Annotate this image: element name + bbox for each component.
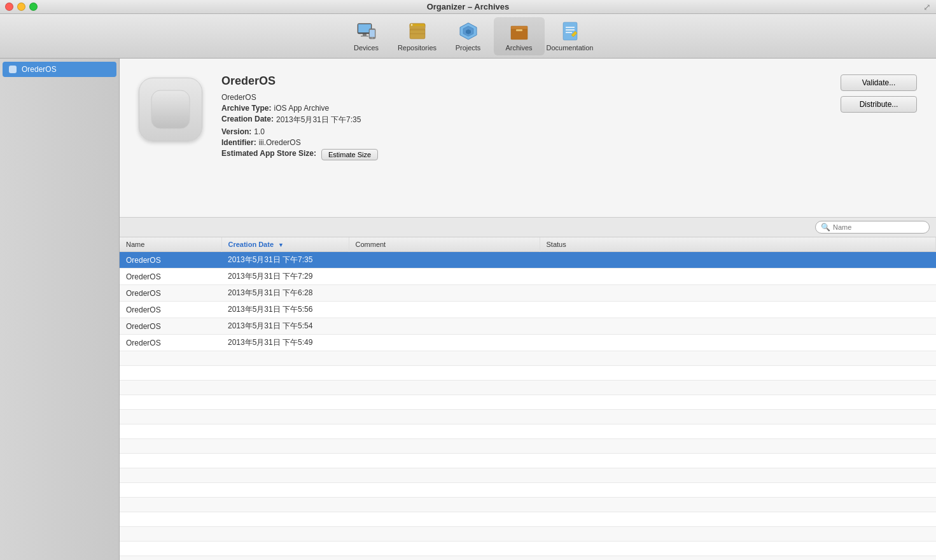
resize-icon[interactable]: ⤢: [923, 2, 931, 12]
table-row-empty: [120, 498, 936, 512]
svg-point-12: [410, 24, 412, 25]
window-controls: [5, 3, 38, 11]
col-header-status[interactable]: Status: [540, 237, 936, 252]
table-row-empty: [120, 439, 936, 454]
action-buttons: Validate... Distribute...: [841, 71, 917, 113]
cell-creation-date: 2013年5月31日 下午7:29: [221, 269, 349, 285]
cell-name: OrederOS: [120, 302, 221, 318]
devices-label: Devices: [354, 44, 379, 52]
table-search-bar: 🔍: [120, 218, 936, 237]
table-row-empty: [120, 512, 936, 527]
devices-icon: [356, 21, 377, 41]
archive-type-row: Archive Type: iOS App Archive: [221, 104, 821, 113]
cell-name: OrederOS: [120, 269, 221, 285]
toolbar-item-devices[interactable]: Devices: [341, 17, 392, 55]
cell-comment: [349, 269, 540, 285]
app-icon: [139, 78, 202, 141]
maximize-button[interactable]: [29, 3, 38, 11]
table-row-empty: [120, 424, 936, 439]
distribute-button[interactable]: Distribute...: [841, 96, 917, 113]
toolbar-item-archives[interactable]: Archives: [494, 17, 545, 55]
sort-arrow-icon: ▼: [278, 242, 284, 248]
table-area: 🔍 Name Creation Date ▼: [120, 218, 936, 560]
table-row[interactable]: OrederOS 2013年5月31日 下午5:49: [120, 335, 936, 351]
minimize-button[interactable]: [17, 3, 25, 11]
toolbar-item-documentation[interactable]: Documentation: [545, 17, 596, 55]
svg-rect-24: [151, 90, 190, 129]
projects-label: Projects: [456, 44, 481, 52]
version-value: 1.0: [254, 127, 265, 136]
svg-rect-18: [516, 29, 522, 31]
cell-comment: [349, 302, 540, 318]
toolbar: Devices Repositories Projects: [0, 14, 936, 59]
estimated-size-row: Estimated App Store Size: Estimate Size: [221, 149, 821, 160]
table-row[interactable]: OrederOS 2013年5月31日 下午5:54: [120, 318, 936, 335]
app-name-row: OrederOS: [221, 93, 821, 102]
cell-status: [540, 252, 936, 269]
table-row-empty: [120, 468, 936, 483]
table-row[interactable]: OrederOS 2013年5月31日 下午7:35: [120, 252, 936, 269]
identifier-label: Identifier:: [221, 138, 256, 147]
cell-status: [540, 335, 936, 351]
identifier-row: Identifier: iii.OrederOS: [221, 138, 821, 147]
table-body: OrederOS 2013年5月31日 下午7:35 OrederOS 2013…: [120, 252, 936, 561]
cell-creation-date: 2013年5月31日 下午6:28: [221, 285, 349, 302]
search-wrapper: 🔍: [815, 221, 930, 234]
table-row[interactable]: OrederOS 2013年5月31日 下午5:56: [120, 302, 936, 318]
table-row[interactable]: OrederOS 2013年5月31日 下午6:28: [120, 285, 936, 302]
documentation-label: Documentation: [547, 44, 594, 52]
repositories-icon: [407, 21, 428, 41]
table-row-empty: [120, 542, 936, 556]
cell-comment: [349, 285, 540, 302]
cell-status: [540, 302, 936, 318]
close-button[interactable]: [5, 3, 13, 11]
col-header-name[interactable]: Name: [120, 237, 221, 252]
creation-date-label: Creation Date:: [221, 115, 274, 125]
table-row-empty: [120, 366, 936, 381]
archive-type-value: iOS App Archive: [274, 104, 329, 113]
table-row-empty: [120, 381, 936, 395]
app-name-value: OrederOS: [221, 93, 256, 102]
svg-rect-3: [361, 36, 368, 37]
toolbar-item-projects[interactable]: Projects: [443, 17, 494, 55]
svg-point-6: [372, 37, 373, 38]
col-header-comment[interactable]: Comment: [349, 237, 540, 252]
table-row[interactable]: OrederOS 2013年5月31日 下午7:29: [120, 269, 936, 285]
version-row: Version: 1.0: [221, 127, 821, 136]
creation-date-value: 2013年5月31日 下午7:35: [276, 115, 361, 125]
archive-type-label: Archive Type:: [221, 104, 271, 113]
sidebar-item-orderos[interactable]: OrederOS: [3, 62, 116, 77]
table-row-empty: [120, 556, 936, 561]
sidebar: OrederOS: [0, 59, 120, 560]
archives-icon: [509, 21, 529, 41]
sidebar-item-icon: [8, 64, 18, 74]
projects-icon: [458, 21, 478, 41]
validate-button[interactable]: Validate...: [841, 74, 917, 91]
content-area: OrederOS OrederOS Archive Type: iOS App …: [120, 59, 936, 560]
table-container: Name Creation Date ▼ Comment Status: [120, 237, 936, 560]
cell-creation-date: 2013年5月31日 下午5:56: [221, 302, 349, 318]
cell-comment: [349, 318, 540, 335]
archives-label: Archives: [505, 44, 532, 52]
table-row-empty: [120, 410, 936, 424]
cell-creation-date: 2013年5月31日 下午5:49: [221, 335, 349, 351]
cell-creation-date: 2013年5月31日 下午7:35: [221, 252, 349, 269]
main-layout: OrederOS OrederOS O: [0, 59, 936, 560]
toolbar-item-repositories[interactable]: Repositories: [392, 17, 443, 55]
table-header-row: Name Creation Date ▼ Comment Status: [120, 237, 936, 252]
svg-rect-23: [9, 66, 17, 73]
table-row-empty: [120, 483, 936, 498]
cell-name: OrederOS: [120, 335, 221, 351]
estimate-size-button[interactable]: Estimate Size: [321, 149, 378, 160]
svg-rect-9: [410, 26, 425, 29]
app-title: OrederOS: [221, 74, 821, 88]
sidebar-item-label: OrederOS: [22, 65, 57, 74]
search-icon: 🔍: [821, 223, 830, 232]
col-header-creation-date[interactable]: Creation Date ▼: [221, 237, 349, 252]
search-input[interactable]: [833, 223, 922, 231]
app-info: OrederOS OrederOS Archive Type: iOS App …: [221, 71, 821, 162]
cell-comment: [349, 252, 540, 269]
svg-rect-2: [363, 34, 367, 36]
cell-creation-date: 2013年5月31日 下午5:54: [221, 318, 349, 335]
table-row-empty: [120, 351, 936, 366]
